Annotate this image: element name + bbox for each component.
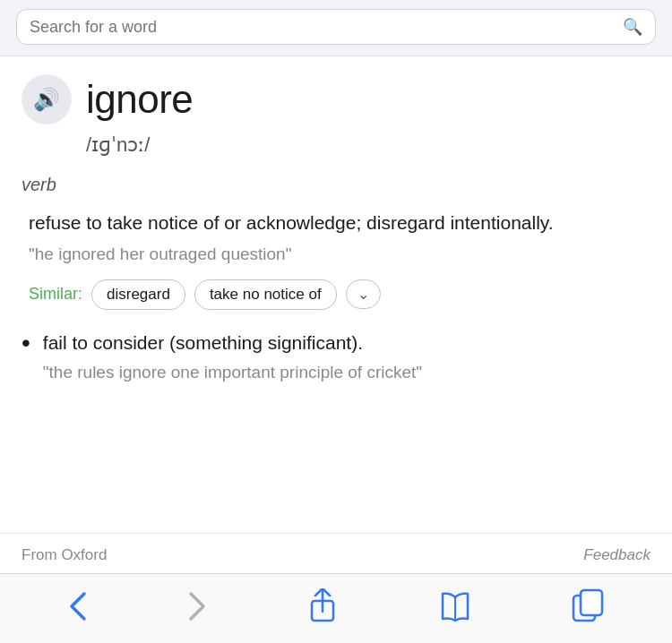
search-input[interactable] bbox=[30, 18, 614, 37]
pos-label: verb bbox=[22, 175, 650, 195]
back-button[interactable] bbox=[59, 587, 97, 626]
forward-icon bbox=[187, 590, 207, 622]
example-text-1: "he ignored her outraged question" bbox=[29, 243, 650, 267]
bullet-content: fail to consider (something significant)… bbox=[43, 330, 422, 385]
speaker-button[interactable]: 🔊 bbox=[22, 74, 72, 124]
feedback-link[interactable]: Feedback bbox=[583, 546, 650, 564]
definition-block-2: • fail to consider (something significan… bbox=[22, 330, 650, 385]
word-title: ignore bbox=[86, 77, 193, 122]
speaker-icon: 🔊 bbox=[33, 87, 60, 112]
back-icon bbox=[68, 590, 88, 622]
word-header: 🔊 ignore bbox=[22, 74, 650, 124]
similar-tag-take-no-notice[interactable]: take no notice of bbox=[194, 279, 337, 310]
definition-text-2: fail to consider (something significant)… bbox=[43, 330, 422, 356]
example-text-2: "the rules ignore one important principl… bbox=[43, 361, 422, 385]
similar-tag-disregard[interactable]: disregard bbox=[91, 279, 185, 310]
forward-button[interactable] bbox=[178, 587, 216, 626]
source-label: From Oxford bbox=[22, 546, 107, 564]
main-content: 🔊 ignore /ɪɡˈnɔː/ verb refuse to take no… bbox=[0, 56, 672, 533]
bullet-dot: • bbox=[22, 328, 30, 358]
content-footer: From Oxford Feedback bbox=[0, 533, 672, 573]
copy-button[interactable] bbox=[563, 585, 613, 628]
definition-text-1: refuse to take notice of or acknowledge;… bbox=[29, 210, 650, 236]
search-bar-area: 🔍 bbox=[0, 0, 672, 56]
share-icon bbox=[307, 588, 338, 624]
book-button[interactable] bbox=[429, 587, 481, 626]
definition-block-1: refuse to take notice of or acknowledge;… bbox=[29, 210, 650, 310]
copy-icon bbox=[572, 588, 604, 624]
svg-rect-3 bbox=[581, 590, 602, 615]
share-button[interactable] bbox=[298, 585, 347, 628]
book-icon bbox=[438, 590, 472, 622]
search-bar: 🔍 bbox=[16, 9, 656, 45]
similar-row: Similar: disregard take no notice of ⌄ bbox=[29, 279, 650, 310]
similar-label: Similar: bbox=[29, 285, 82, 304]
more-similar-button[interactable]: ⌄ bbox=[346, 279, 381, 309]
pronunciation: /ɪɡˈnɔː/ bbox=[86, 133, 650, 157]
chevron-down-icon: ⌄ bbox=[358, 286, 369, 303]
bottom-nav bbox=[0, 573, 672, 643]
search-icon: 🔍 bbox=[623, 17, 642, 37]
